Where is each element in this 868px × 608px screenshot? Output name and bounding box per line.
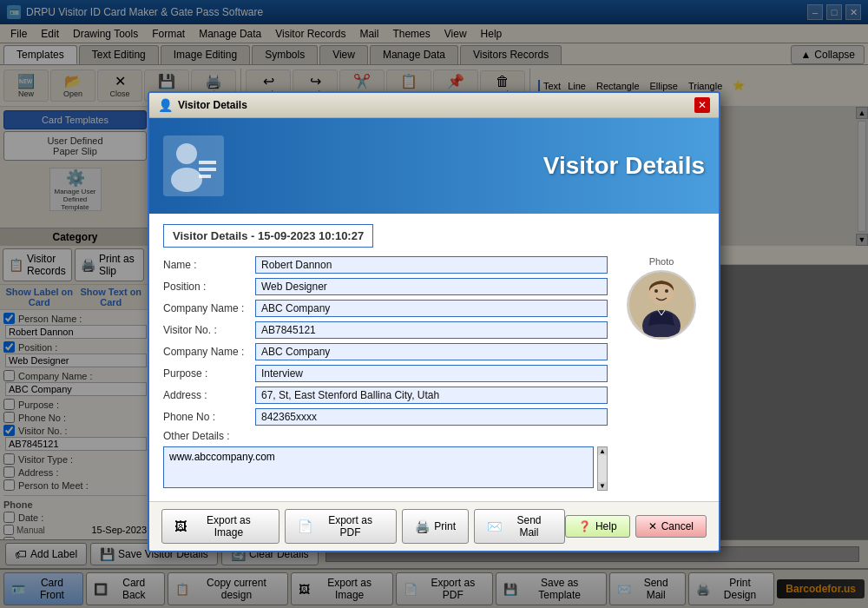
modal-export-pdf-label: Export as PDF xyxy=(317,514,385,539)
modal-left-fields: Name : Position : Company Name : xyxy=(163,256,608,491)
modal-other-details-row: www.abccompany.com ▲ ▼ xyxy=(163,446,608,491)
modal-field-name: Name : xyxy=(163,256,608,274)
modal-phone-input[interactable] xyxy=(255,408,608,426)
modal-field-address: Address : xyxy=(163,387,608,404)
photo-label: Photo xyxy=(649,256,674,267)
svg-rect-3 xyxy=(199,168,216,171)
modal-export-image-button[interactable]: 🖼 Export as Image xyxy=(161,509,279,544)
svg-point-1 xyxy=(171,168,202,192)
modal-field-visitor-no: Visitor No. : xyxy=(163,321,608,339)
textarea-scroll-up[interactable]: ▲ xyxy=(598,447,607,455)
modal-company-name-1-input[interactable] xyxy=(255,300,608,317)
modal-other-details-textarea[interactable]: www.abccompany.com xyxy=(163,446,594,488)
modal-export-image-icon: 🖼 xyxy=(174,519,187,533)
modal-address-input[interactable] xyxy=(255,387,608,404)
modal-title-icon: 👤 xyxy=(158,98,173,112)
svg-point-8 xyxy=(654,289,658,293)
modal-print-icon: 🖨️ xyxy=(415,519,430,533)
modal-purpose-input[interactable] xyxy=(255,365,608,382)
modal-export-pdf-button[interactable]: 📄 Export as PDF xyxy=(285,509,398,544)
modal-print-button[interactable]: 🖨️ Print xyxy=(402,509,469,544)
modal-footer-action-btns: 🖼 Export as Image 📄 Export as PDF 🖨️ Pri… xyxy=(161,509,565,544)
modal-field-company-name-2: Company Name : xyxy=(163,343,608,360)
modal-header-icon xyxy=(163,135,224,196)
modal-close-button[interactable]: ✕ xyxy=(694,97,710,113)
modal-header-title: Visitor Details xyxy=(543,152,705,180)
svg-rect-2 xyxy=(199,161,216,164)
modal-help-button[interactable]: ❓ Help xyxy=(565,515,630,538)
modal-position-input[interactable] xyxy=(255,278,608,295)
visitor-icon-svg xyxy=(168,140,220,192)
modal-photo-area: Photo xyxy=(618,256,705,491)
modal-date-row: Visitor Details - 15-09-2023 10:10:27 xyxy=(163,224,705,248)
textarea-scrollbar[interactable]: ▲ ▼ xyxy=(597,446,608,491)
modal-field-company-name-1: Company Name : xyxy=(163,300,608,317)
modal-footer: 🖼 Export as Image 📄 Export as PDF 🖨️ Pri… xyxy=(149,501,719,551)
person-photo-svg xyxy=(629,272,694,337)
textarea-scroll-track xyxy=(598,455,607,482)
modal-export-pdf-icon: 📄 xyxy=(298,519,312,533)
modal-print-label: Print xyxy=(434,520,456,532)
modal-title-text: Visitor Details xyxy=(178,99,247,111)
modal-cancel-icon: ✕ xyxy=(648,520,657,532)
svg-rect-4 xyxy=(199,175,211,178)
modal-send-mail-label: Send Mail xyxy=(506,514,552,539)
modal-name-input[interactable] xyxy=(255,256,608,274)
svg-point-9 xyxy=(665,289,668,293)
modal-help-cancel-btns: ❓ Help ✕ Cancel xyxy=(565,515,707,538)
modal-send-mail-button[interactable]: ✉️ Send Mail xyxy=(474,509,565,544)
modal-field-other-details: Other Details : xyxy=(163,430,608,442)
visitor-details-modal: 👤 Visitor Details ✕ Visitor Details Vi xyxy=(148,91,720,552)
svg-point-0 xyxy=(176,143,197,164)
modal-body: Visitor Details - 15-09-2023 10:10:27 Na… xyxy=(149,214,719,501)
modal-header: Visitor Details xyxy=(149,118,719,214)
modal-export-image-label: Export as Image xyxy=(191,514,266,539)
textarea-scroll-down[interactable]: ▼ xyxy=(598,482,607,490)
modal-fields: Name : Position : Company Name : xyxy=(163,256,705,491)
modal-titlebar: 👤 Visitor Details ✕ xyxy=(149,93,719,118)
modal-send-mail-icon: ✉️ xyxy=(487,519,502,533)
modal-field-purpose: Purpose : xyxy=(163,365,608,382)
modal-date-box: Visitor Details - 15-09-2023 10:10:27 xyxy=(163,224,373,248)
modal-help-label: Help xyxy=(595,520,617,532)
modal-field-phone-no: Phone No : xyxy=(163,408,608,426)
photo-circle xyxy=(627,270,696,340)
modal-cancel-button[interactable]: ✕ Cancel xyxy=(635,515,707,538)
modal-visitor-no-input[interactable] xyxy=(255,321,608,339)
modal-field-position: Position : xyxy=(163,278,608,295)
modal-company-name-2-input[interactable] xyxy=(255,343,608,360)
modal-overlay: 👤 Visitor Details ✕ Visitor Details Vi xyxy=(0,0,868,608)
modal-cancel-label: Cancel xyxy=(661,520,694,532)
modal-help-icon: ❓ xyxy=(578,520,591,532)
